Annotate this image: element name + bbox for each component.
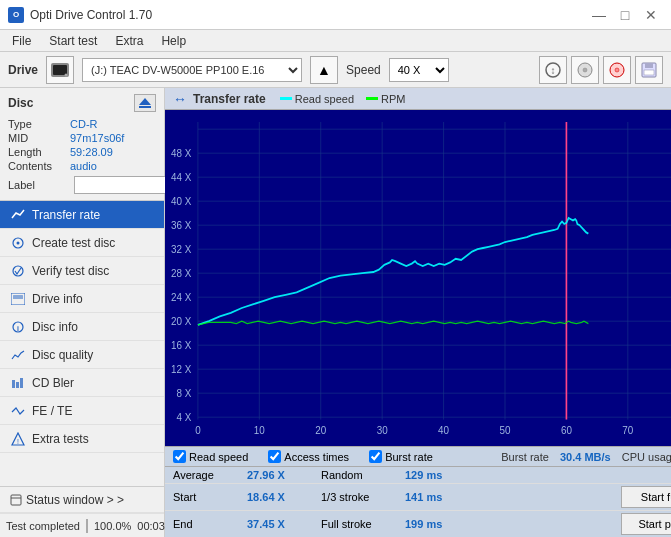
checkbox-row: Read speed Access times Burst rate Burst… (165, 446, 671, 466)
speed-select[interactable]: 40 X 32 X 48 X MAX (389, 58, 449, 82)
svg-rect-1 (53, 65, 67, 75)
toolbar-icon-3[interactable] (603, 56, 631, 84)
nav-item-verify-test-disc[interactable]: Verify test disc (0, 257, 164, 285)
access-times-checkbox[interactable] (268, 450, 281, 463)
svg-point-8 (615, 68, 619, 72)
chart-svg: 4 X 8 X 12 X 16 X 20 X 24 X 28 X 32 X 36… (165, 110, 671, 446)
svg-rect-11 (644, 70, 654, 75)
read-speed-checkbox[interactable] (173, 450, 186, 463)
status-window-label: Status window > > (26, 493, 124, 507)
menu-extra[interactable]: Extra (107, 32, 151, 50)
eject-button[interactable]: ▲ (310, 56, 338, 84)
close-button[interactable]: ✕ (639, 5, 663, 25)
burst-rate-value-group: Burst rate 30.4 MB/s CPU usage 1% (501, 451, 671, 463)
svg-point-15 (17, 241, 20, 244)
svg-text:40: 40 (438, 425, 449, 436)
access-times-checkbox-group: Access times (268, 450, 349, 463)
test-completed-label: Test completed (6, 520, 80, 532)
type-key: Type (8, 118, 70, 130)
nav-item-cd-bler[interactable]: CD Bler (0, 369, 164, 397)
start-label: Start (173, 491, 243, 503)
nav-label-disc-info: Disc info (32, 320, 78, 334)
nav-label-extra-tests: Extra tests (32, 432, 89, 446)
nav-item-fe-te[interactable]: FE / TE (0, 397, 164, 425)
toolbar-icon-1[interactable]: ↕ (539, 56, 567, 84)
svg-text:16 X: 16 X (171, 339, 191, 350)
cpu-usage-label: CPU usage (622, 451, 671, 463)
svg-marker-12 (139, 98, 151, 105)
nav-item-extra-tests[interactable]: ! Extra tests (0, 425, 164, 453)
disc-eject-button[interactable] (134, 94, 156, 112)
svg-point-2 (65, 73, 68, 76)
access-times-checkbox-label: Access times (284, 451, 349, 463)
maximize-button[interactable]: □ (613, 5, 637, 25)
chart-header-icon: ↔ (173, 91, 187, 107)
stats-row-2: Start 18.64 X 1/3 stroke 141 ms Start fu… (165, 483, 671, 510)
svg-text:12 X: 12 X (171, 363, 191, 374)
svg-text:30: 30 (377, 425, 388, 436)
burst-rate-display-value: 30.4 MB/s (560, 451, 611, 463)
menu-help[interactable]: Help (153, 32, 194, 50)
nav-item-create-test-disc[interactable]: Create test disc (0, 229, 164, 257)
nav-item-drive-info[interactable]: Drive info (0, 285, 164, 313)
svg-rect-26 (11, 495, 21, 505)
nav-item-disc-info[interactable]: i Disc info (0, 313, 164, 341)
svg-rect-21 (12, 380, 15, 388)
burst-rate-display-label: Burst rate (501, 451, 549, 463)
svg-text:40 X: 40 X (171, 195, 191, 206)
drive-icon-button[interactable] (46, 56, 74, 84)
type-val: CD-R (70, 118, 98, 130)
legend-label-read-speed: Read speed (295, 93, 354, 105)
menu-start-test[interactable]: Start test (41, 32, 105, 50)
transfer-rate-icon (10, 207, 26, 223)
start-part-button[interactable]: Start part (621, 513, 671, 535)
left-panel: Disc Type CD-R MID 97m17s06f Length 59:2… (0, 88, 165, 537)
svg-text:!: ! (17, 438, 19, 445)
one-third-stroke-label: 1/3 stroke (321, 491, 401, 503)
disc-quality-icon (10, 347, 26, 363)
app-title: Opti Drive Control 1.70 (30, 8, 152, 22)
nav-item-transfer-rate[interactable]: Transfer rate (0, 201, 164, 229)
svg-text:4 X: 4 X (177, 411, 192, 422)
svg-text:10: 10 (254, 425, 265, 436)
svg-text:70: 70 (622, 425, 633, 436)
chart-legend: Read speed RPM (280, 93, 406, 105)
extra-tests-icon: ! (10, 431, 26, 447)
svg-text:8 X: 8 X (177, 387, 192, 398)
speed-label: Speed (346, 63, 381, 77)
read-speed-checkbox-group: Read speed (173, 450, 248, 463)
drive-select[interactable]: (J:) TEAC DV-W5000E PP100 E.16 (82, 58, 302, 82)
start-full-button[interactable]: Start full (621, 486, 671, 508)
nav-label-cd-bler: CD Bler (32, 376, 74, 390)
create-test-disc-icon (10, 235, 26, 251)
drive-info-icon (10, 291, 26, 307)
start-value: 18.64 X (247, 491, 317, 503)
svg-text:24 X: 24 X (171, 291, 191, 302)
svg-text:32 X: 32 X (171, 243, 191, 254)
minimize-button[interactable]: — (587, 5, 611, 25)
nav-item-disc-quality[interactable]: Disc quality (0, 341, 164, 369)
status-window-button[interactable]: Status window > > (0, 487, 164, 513)
disc-info-icon: i (10, 319, 26, 335)
svg-rect-18 (13, 295, 23, 299)
legend-color-read-speed (280, 97, 292, 100)
nav-label-transfer-rate: Transfer rate (32, 208, 100, 222)
drive-label: Drive (8, 63, 38, 77)
svg-text:0: 0 (195, 425, 201, 436)
burst-rate-checkbox[interactable] (369, 450, 382, 463)
menu-file[interactable]: File (4, 32, 39, 50)
disc-section: Disc Type CD-R MID 97m17s06f Length 59:2… (0, 88, 164, 201)
one-third-stroke-value: 141 ms (405, 491, 465, 503)
toolbar-icon-4[interactable] (635, 56, 663, 84)
progress-track (86, 519, 88, 533)
svg-rect-28 (165, 110, 671, 446)
toolbar-icon-2[interactable] (571, 56, 599, 84)
legend-read-speed: Read speed (280, 93, 354, 105)
chart-header: ↔ Transfer rate Read speed RPM (165, 88, 671, 110)
legend-rpm: RPM (366, 93, 405, 105)
svg-text:48 X: 48 X (171, 147, 191, 158)
mid-val: 97m17s06f (70, 132, 124, 144)
legend-label-rpm: RPM (381, 93, 405, 105)
length-val: 59:28.09 (70, 146, 113, 158)
full-stroke-label: Full stroke (321, 518, 401, 530)
